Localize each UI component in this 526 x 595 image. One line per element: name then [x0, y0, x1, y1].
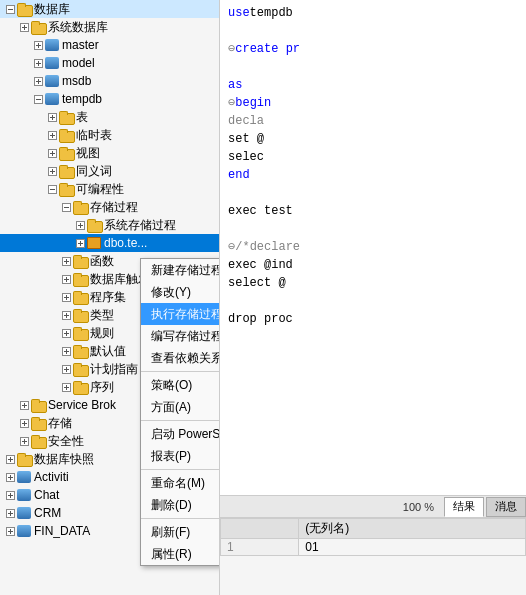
- expand-icon[interactable]: [46, 129, 58, 141]
- menu-item-label: 属性(R): [151, 546, 192, 563]
- menu-item-delete[interactable]: 删除(D): [141, 494, 220, 516]
- tree-item-tempdb-tables[interactable]: 表: [0, 108, 219, 126]
- expand-icon[interactable]: [60, 381, 72, 393]
- expand-icon[interactable]: [4, 489, 16, 501]
- tree-item-label: 安全性: [48, 432, 84, 450]
- code-text: begin: [235, 94, 271, 112]
- code-text: /*declare: [235, 238, 300, 256]
- code-line: [228, 58, 518, 76]
- tree-item-model[interactable]: model: [0, 54, 219, 72]
- expand-icon[interactable]: [60, 345, 72, 357]
- expand-icon[interactable]: [60, 255, 72, 267]
- code-line: exec test: [228, 202, 518, 220]
- code-text: ⊖: [228, 40, 235, 58]
- folder-icon: [73, 255, 87, 267]
- menu-item-properties[interactable]: 属性(R): [141, 543, 220, 565]
- tree-item-tempdb-temptables[interactable]: 临时表: [0, 126, 219, 144]
- tree-item-databases[interactable]: 数据库: [0, 0, 219, 18]
- menu-item-refresh[interactable]: 刷新(F): [141, 521, 220, 543]
- expand-icon[interactable]: [60, 309, 72, 321]
- menu-item-dependencies[interactable]: 查看依赖关系(V): [141, 347, 220, 369]
- code-line: ⊖ /*declare: [228, 238, 518, 256]
- tree-item-label: 数据库快照: [34, 450, 94, 468]
- tree-item-label: 计划指南: [90, 360, 138, 378]
- tree-item-label: Chat: [34, 486, 59, 504]
- expand-icon[interactable]: [46, 147, 58, 159]
- menu-item-reports[interactable]: 报表(P)▶: [141, 445, 220, 467]
- expand-icon[interactable]: [32, 75, 44, 87]
- results-tabs: 100 % 结果 消息: [220, 496, 526, 518]
- expand-icon[interactable]: [60, 201, 72, 213]
- tree-item-tempdb-sp[interactable]: 存储过程: [0, 198, 219, 216]
- menu-item-label: 报表(P): [151, 448, 191, 465]
- expand-icon[interactable]: [18, 21, 30, 33]
- expand-icon[interactable]: [46, 165, 58, 177]
- expand-icon[interactable]: [4, 453, 16, 465]
- tree-item-system-dbs[interactable]: 系统数据库: [0, 18, 219, 36]
- code-text: create pr: [235, 40, 300, 58]
- menu-item-policies[interactable]: 策略(O)▶: [141, 374, 220, 396]
- code-text: set @: [228, 130, 264, 148]
- tree-item-tempdb-views[interactable]: 视图: [0, 144, 219, 162]
- tree-item-label: 程序集: [90, 288, 126, 306]
- expand-icon[interactable]: [18, 435, 30, 447]
- tree-item-tempdb-prog[interactable]: 可编程性: [0, 180, 219, 198]
- tree-item-master[interactable]: master: [0, 36, 219, 54]
- folder-icon: [73, 345, 87, 357]
- code-text: exec test: [228, 202, 293, 220]
- expand-icon[interactable]: [74, 219, 86, 231]
- menu-item-label: 刷新(F): [151, 524, 190, 541]
- expand-icon[interactable]: [18, 399, 30, 411]
- menu-item-powershell[interactable]: 启动 PowerShell(H): [141, 423, 220, 445]
- expand-icon[interactable]: [18, 417, 30, 429]
- row-value: 01: [299, 539, 526, 556]
- expand-icon[interactable]: [60, 363, 72, 375]
- db-icon: [17, 525, 31, 537]
- db-icon: [45, 93, 59, 105]
- folder-icon: [31, 21, 45, 33]
- tree-item-msdb[interactable]: msdb: [0, 72, 219, 90]
- expand-icon[interactable]: [32, 39, 44, 51]
- menu-item-execute[interactable]: 执行存储过程(E)...: [141, 303, 220, 325]
- menu-separator: [141, 469, 220, 470]
- expand-icon[interactable]: [32, 57, 44, 69]
- expand-icon[interactable]: [4, 507, 16, 519]
- col-header: (无列名): [299, 519, 526, 539]
- tree-item-label: Activiti: [34, 468, 69, 486]
- table-row: 1 01: [221, 539, 526, 556]
- expand-icon[interactable]: [46, 111, 58, 123]
- menu-item-script[interactable]: 编写存储过程脚本为(S)▶: [141, 325, 220, 347]
- results-table: (无列名) 1 01: [220, 518, 526, 556]
- folder-icon: [59, 111, 73, 123]
- tab-messages[interactable]: 消息: [486, 497, 526, 517]
- expand-icon[interactable]: [4, 525, 16, 537]
- expand-icon[interactable]: [4, 471, 16, 483]
- row-num-header: [221, 519, 299, 539]
- expand-icon[interactable]: [46, 183, 58, 195]
- expand-icon[interactable]: [74, 237, 86, 249]
- tree-item-system-sp[interactable]: 系统存储过程: [0, 216, 219, 234]
- tab-results[interactable]: 结果: [444, 497, 484, 517]
- tree-item-label: 临时表: [76, 126, 112, 144]
- menu-item-label: 新建存储过程(N)...: [151, 262, 220, 279]
- expand-icon[interactable]: [4, 3, 16, 15]
- code-line: [228, 292, 518, 310]
- expand-icon[interactable]: [60, 327, 72, 339]
- menu-item-modify[interactable]: 修改(Y): [141, 281, 220, 303]
- menu-item-rename[interactable]: 重命名(M): [141, 472, 220, 494]
- tree-item-label: FIN_DATA: [34, 522, 90, 540]
- tree-item-tempdb[interactable]: tempdb: [0, 90, 219, 108]
- tree-item-dbo-test[interactable]: dbo.te...: [0, 234, 219, 252]
- menu-item-new-sp[interactable]: 新建存储过程(N)...: [141, 259, 220, 281]
- expand-icon[interactable]: [60, 273, 72, 285]
- code-text: decla: [228, 112, 264, 130]
- expand-icon[interactable]: [60, 291, 72, 303]
- tree-item-tempdb-synonyms[interactable]: 同义词: [0, 162, 219, 180]
- menu-item-facets[interactable]: 方面(A): [141, 396, 220, 418]
- code-text: ⊖: [228, 94, 235, 112]
- expand-icon[interactable]: [32, 93, 44, 105]
- code-line: ⊖ begin: [228, 94, 518, 112]
- folder-icon: [73, 201, 87, 213]
- menu-item-label: 修改(Y): [151, 284, 191, 301]
- zoom-level: 100 %: [403, 501, 434, 513]
